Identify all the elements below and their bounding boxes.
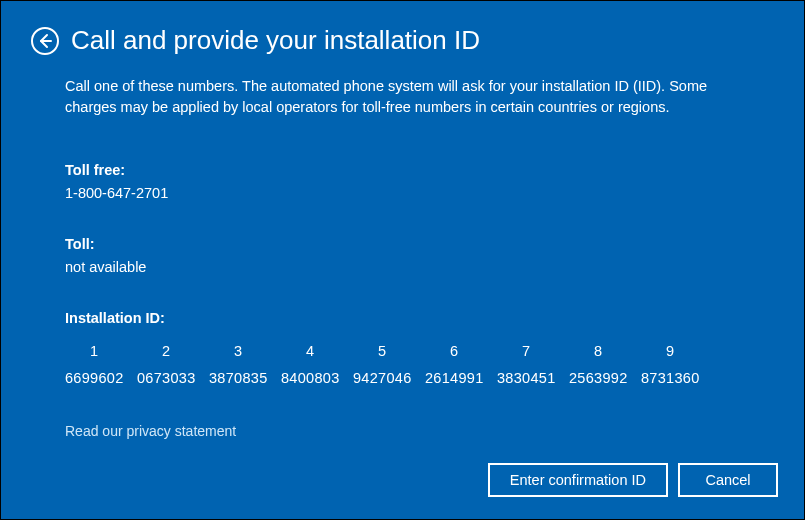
toll-free-label: Toll free: xyxy=(65,160,740,181)
iid-index: 6 xyxy=(425,341,497,368)
iid-value: 2614991 xyxy=(425,368,497,389)
iid-column: 4 8400803 xyxy=(281,341,353,389)
iid-column: 9 8731360 xyxy=(641,341,713,389)
iid-value: 9427046 xyxy=(353,368,425,389)
iid-column: 8 2563992 xyxy=(569,341,641,389)
iid-value: 8400803 xyxy=(281,368,353,389)
iid-index: 9 xyxy=(641,341,713,368)
iid-column: 3 3870835 xyxy=(209,341,281,389)
iid-index: 2 xyxy=(137,341,209,368)
iid-index: 7 xyxy=(497,341,569,368)
iid-index: 3 xyxy=(209,341,281,368)
content: Call one of these numbers. The automated… xyxy=(1,66,804,442)
iid-column: 1 6699602 xyxy=(65,341,137,389)
arrow-left-icon xyxy=(37,33,53,49)
toll-label: Toll: xyxy=(65,234,740,255)
installation-id-table: 1 6699602 2 0673033 3 3870835 4 8400803 … xyxy=(65,341,740,389)
cancel-button[interactable]: Cancel xyxy=(678,463,778,497)
page-title: Call and provide your installation ID xyxy=(71,25,480,56)
iid-value: 8731360 xyxy=(641,368,713,389)
iid-value: 6699602 xyxy=(65,368,137,389)
iid-column: 7 3830451 xyxy=(497,341,569,389)
iid-value: 0673033 xyxy=(137,368,209,389)
privacy-link[interactable]: Read our privacy statement xyxy=(65,423,236,439)
iid-index: 5 xyxy=(353,341,425,368)
iid-index: 1 xyxy=(65,341,137,368)
header: Call and provide your installation ID xyxy=(1,1,804,66)
description: Call one of these numbers. The automated… xyxy=(65,76,740,118)
iid-value: 3870835 xyxy=(209,368,281,389)
iid-column: 5 9427046 xyxy=(353,341,425,389)
iid-index: 4 xyxy=(281,341,353,368)
activation-window: Call and provide your installation ID Ca… xyxy=(0,0,805,520)
iid-column: 2 0673033 xyxy=(137,341,209,389)
toll-number: not available xyxy=(65,257,740,278)
iid-index: 8 xyxy=(569,341,641,368)
iid-value: 3830451 xyxy=(497,368,569,389)
iid-value: 2563992 xyxy=(569,368,641,389)
toll-free-number: 1-800-647-2701 xyxy=(65,183,740,204)
back-button[interactable] xyxy=(31,27,59,55)
iid-column: 6 2614991 xyxy=(425,341,497,389)
footer: Enter confirmation ID Cancel xyxy=(488,463,778,497)
enter-confirmation-id-button[interactable]: Enter confirmation ID xyxy=(488,463,668,497)
installation-id-label: Installation ID: xyxy=(65,308,740,329)
